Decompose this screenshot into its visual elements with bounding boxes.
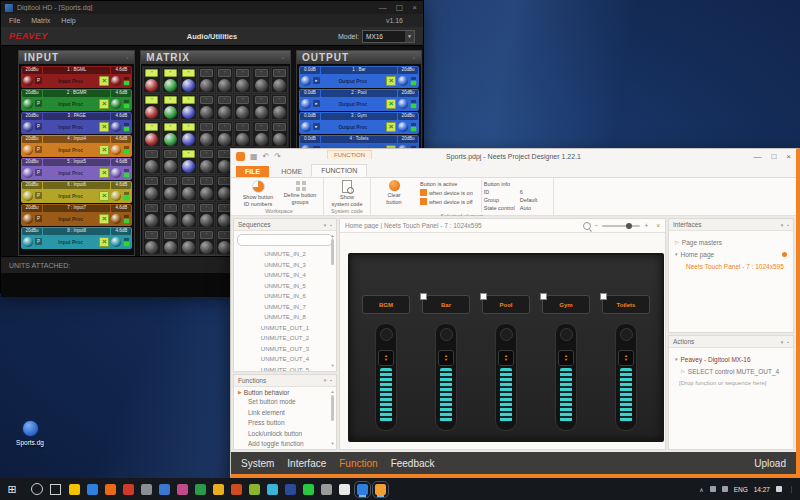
- function-group-button-behavior[interactable]: ▶Button behavior: [234, 387, 336, 398]
- volume-icon[interactable]: [722, 486, 728, 492]
- input-proc-button[interactable]: Input Proc: [44, 124, 97, 130]
- matrix-crosspoint[interactable]: ×: [162, 229, 179, 255]
- taskbar-app-icon[interactable]: [69, 484, 80, 495]
- crosspoint-knob[interactable]: [255, 106, 268, 119]
- gain-knob[interactable]: [23, 76, 33, 86]
- gain-knob[interactable]: [111, 191, 121, 201]
- matrix-crosspoint[interactable]: ×: [216, 121, 233, 147]
- mute-button[interactable]: ×: [99, 145, 109, 155]
- matrix-crosspoint[interactable]: ×: [143, 202, 160, 228]
- fader-handle[interactable]: ▲▼: [498, 350, 514, 366]
- menu-item-matrix[interactable]: Matrix: [31, 17, 50, 24]
- crosspoint-mute-button[interactable]: ×: [182, 150, 195, 158]
- taskbar-app-icon[interactable]: [231, 484, 242, 495]
- matrix-crosspoint[interactable]: ×: [180, 121, 197, 147]
- tab-file[interactable]: FILE: [236, 166, 269, 177]
- matrix-crosspoint[interactable]: ×: [180, 67, 197, 93]
- matrix-crosspoint[interactable]: ×: [252, 94, 269, 120]
- gain-knob[interactable]: [111, 76, 121, 86]
- pin-icon[interactable]: ▪: [330, 377, 332, 383]
- taskbar-app-icon[interactable]: [357, 484, 368, 495]
- matrix-crosspoint[interactable]: ×: [198, 121, 215, 147]
- sequence-item[interactable]: UNMUTE_IN_8: [234, 312, 336, 323]
- collapse-icon[interactable]: ▾: [781, 339, 784, 345]
- canvas-close-icon[interactable]: ×: [656, 222, 660, 229]
- output-proc-button[interactable]: Output Proc: [322, 78, 384, 84]
- matrix-crosspoint[interactable]: ×: [143, 94, 160, 120]
- gain-knob[interactable]: [301, 99, 311, 109]
- crosspoint-knob[interactable]: [145, 160, 158, 173]
- route-badge[interactable]: ▸: [313, 77, 320, 84]
- crosspoint-knob[interactable]: [182, 106, 195, 119]
- collapse-tree-icon[interactable]: ▾: [675, 251, 678, 257]
- desktop-icon-sports[interactable]: Sports.dg: [8, 420, 52, 446]
- expand-icon[interactable]: ▷: [681, 368, 685, 374]
- crosspoint-mute-button[interactable]: ×: [145, 177, 158, 185]
- crosspoint-knob[interactable]: [182, 214, 195, 227]
- tree-item-page-masters[interactable]: ▷Page masters: [669, 236, 793, 248]
- input-proc-button[interactable]: Input Proc: [44, 193, 97, 199]
- matrix-crosspoint[interactable]: ×: [180, 202, 197, 228]
- sequence-item[interactable]: UNMUTE_IN_6: [234, 291, 336, 302]
- crosspoint-knob[interactable]: [218, 133, 231, 146]
- crosspoint-mute-button[interactable]: ×: [200, 177, 213, 185]
- route-badge[interactable]: ▸: [313, 123, 320, 130]
- crosspoint-mute-button[interactable]: ×: [273, 123, 286, 131]
- digitool-titlebar[interactable]: Digitool HD - [Sports.dg] — ▢ ×: [1, 1, 423, 14]
- gain-knob[interactable]: [23, 122, 33, 132]
- input-strip[interactable]: 20dBu7 : Input74.6dBPInput Proc×: [21, 204, 132, 226]
- phantom-badge[interactable]: P: [35, 192, 42, 199]
- start-button[interactable]: ⊞: [0, 483, 24, 496]
- crosspoint-knob[interactable]: [273, 79, 286, 92]
- section-collapse-icon[interactable]: ▫: [413, 55, 416, 61]
- function-item[interactable]: Lock/unlock button: [234, 429, 336, 440]
- gain-knob[interactable]: [111, 237, 121, 247]
- input-proc-button[interactable]: Input Proc: [44, 147, 97, 153]
- matrix-crosspoint[interactable]: ×: [162, 94, 179, 120]
- tree-item-home-page[interactable]: ▾Home page: [669, 248, 793, 260]
- crosspoint-mute-button[interactable]: ×: [164, 123, 177, 131]
- taskbar-app-icon[interactable]: [249, 484, 260, 495]
- bottom-tab-interface[interactable]: Interface: [287, 458, 326, 469]
- crosspoint-knob[interactable]: [200, 133, 213, 146]
- search-icon[interactable]: [31, 483, 43, 495]
- crosspoint-mute-button[interactable]: ×: [218, 123, 231, 131]
- zoom-slider-handle[interactable]: [626, 223, 632, 229]
- taskbar-app-icon[interactable]: [267, 484, 278, 495]
- function-item[interactable]: Press button: [234, 418, 336, 429]
- gain-knob[interactable]: [301, 122, 311, 132]
- crosspoint-mute-button[interactable]: ×: [164, 69, 177, 77]
- panel-button-toilets[interactable]: Toilets: [602, 295, 650, 314]
- mute-button[interactable]: ×: [386, 99, 396, 109]
- menu-item-file[interactable]: File: [9, 17, 20, 24]
- crosspoint-mute-button[interactable]: ×: [200, 123, 213, 131]
- taskbar-app-icon[interactable]: [303, 484, 314, 495]
- phantom-badge[interactable]: P: [35, 77, 42, 84]
- crosspoint-mute-button[interactable]: ×: [164, 150, 177, 158]
- crosspoint-mute-button[interactable]: ×: [164, 204, 177, 212]
- input-proc-button[interactable]: Input Proc: [44, 78, 97, 84]
- crosspoint-mute-button[interactable]: ×: [145, 123, 158, 131]
- gain-knob[interactable]: [23, 168, 33, 178]
- crosspoint-mute-button[interactable]: ×: [200, 150, 213, 158]
- section-collapse-icon[interactable]: ▫: [282, 55, 285, 61]
- mute-button[interactable]: ×: [99, 214, 109, 224]
- sequence-item[interactable]: UNMUTE_IN_4: [234, 270, 336, 281]
- volume-fader[interactable]: ▲▼: [495, 323, 517, 431]
- show-button-id-button[interactable]: Show button ID numbers: [240, 180, 276, 207]
- matrix-crosspoint[interactable]: ×: [162, 67, 179, 93]
- gain-knob[interactable]: [398, 76, 408, 86]
- taskbar-app-icon[interactable]: [195, 484, 206, 495]
- output-proc-button[interactable]: Output Proc: [322, 124, 384, 130]
- crosspoint-knob[interactable]: [164, 214, 177, 227]
- sequences-scrollbar[interactable]: ▲▼: [330, 233, 335, 368]
- gain-knob[interactable]: [23, 145, 33, 155]
- zoom-out-button[interactable]: −: [595, 222, 599, 229]
- crosspoint-knob[interactable]: [145, 241, 158, 254]
- crosspoint-mute-button[interactable]: ×: [236, 69, 249, 77]
- input-strip[interactable]: 20dBu3 : PAGE4.6dBPInput Proc×: [21, 112, 132, 134]
- input-strip[interactable]: 20dBu1 : BGML4.6dBPInput Proc×: [21, 66, 132, 88]
- taskbar-app-icon[interactable]: [123, 484, 134, 495]
- crosspoint-knob[interactable]: [218, 79, 231, 92]
- gain-knob[interactable]: [398, 122, 408, 132]
